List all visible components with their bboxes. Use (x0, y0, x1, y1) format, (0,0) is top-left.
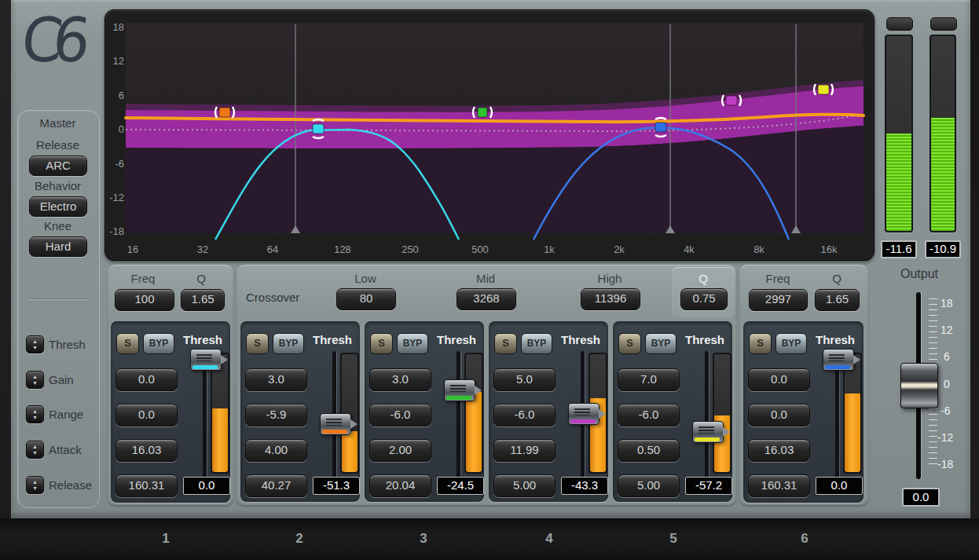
gain-stepper[interactable]: ▲▼ (26, 371, 44, 389)
band6-freq-value[interactable]: 2997 (749, 289, 808, 311)
band6-thresh-fader[interactable] (823, 349, 854, 371)
band4-range-value[interactable]: -6.0 (493, 404, 556, 426)
freq-tick: 500 (471, 243, 489, 255)
band1-gain-value[interactable]: 0.0 (116, 368, 178, 391)
band6-gain-value[interactable]: 0.0 (748, 368, 810, 391)
freq-tick: 64 (267, 243, 278, 255)
freq-tick: 250 (402, 243, 419, 255)
band2-attack-value[interactable]: 4.00 (245, 439, 307, 462)
band3-gain-value[interactable]: 3.0 (369, 368, 431, 391)
arc-button[interactable]: ARC (29, 156, 87, 176)
band3-solo-button[interactable]: S (370, 333, 393, 354)
band5-bypass-button[interactable]: BYP (645, 333, 676, 354)
band1-freq-value[interactable]: 100 (115, 289, 174, 311)
band2-meter-fill (342, 431, 358, 473)
crossover-q-value[interactable]: 0.75 (680, 288, 728, 310)
band5-release-value[interactable]: 5.00 (618, 474, 680, 497)
band1-solo-button[interactable]: S (116, 333, 139, 354)
crossover-group: Crossover Low 80 Mid 3268 High 11396 Q 0… (236, 265, 736, 506)
band1-thresh-fader[interactable] (190, 349, 222, 371)
band6-solo-button[interactable]: S (749, 333, 772, 354)
band4-gain-value[interactable]: 5.0 (493, 368, 556, 391)
band3-range-value[interactable]: -6.0 (369, 404, 431, 426)
band5-attack-value[interactable]: 0.50 (618, 439, 680, 462)
freq-tick: 4k (684, 243, 695, 255)
band6-thresh-readout: 0.0 (816, 477, 863, 495)
output-scale-tick: -18 (937, 458, 953, 470)
band6-bypass-button[interactable]: BYP (776, 333, 807, 354)
band5-thresh-label: Thresh (679, 333, 731, 346)
c6-logo: C6 (22, 6, 101, 93)
band4-bypass-button[interactable]: BYP (521, 333, 552, 354)
band6-release-value[interactable]: 160.31 (748, 474, 810, 497)
db-tick: -6 (107, 158, 124, 170)
attack-stepper[interactable]: ▲▼ (26, 441, 44, 459)
clip-led-left[interactable] (886, 17, 913, 31)
band2-solo-button[interactable]: S (246, 333, 269, 354)
band3-attack-value[interactable]: 2.00 (369, 439, 431, 462)
band2-gain-value[interactable]: 3.0 (245, 368, 307, 391)
band4-thresh-label: Thresh (555, 333, 607, 346)
band2-thresh-fader[interactable] (320, 413, 351, 435)
freq-tick: 16 (127, 243, 138, 255)
band3-thresh-fader[interactable] (444, 379, 475, 401)
band5-gain-value[interactable]: 7.0 (618, 368, 680, 391)
band6-freq-label: Freq (766, 272, 790, 285)
crossover-low-value[interactable]: 80 (336, 288, 396, 310)
band4-thresh-readout: -43.3 (561, 477, 608, 495)
master-label: Master (17, 116, 98, 130)
band4-thresh-fader[interactable] (568, 403, 600, 425)
band4-attack-value[interactable]: 11.99 (493, 439, 556, 462)
band2-release-value[interactable]: 40.27 (245, 474, 307, 497)
behavior-button[interactable]: Electro (29, 196, 87, 217)
band1-bypass-button[interactable]: BYP (143, 333, 174, 354)
band1-attack-value[interactable]: 16.03 (116, 439, 178, 462)
band3-thresh-track[interactable] (456, 351, 460, 478)
output-fader-cap[interactable] (900, 363, 938, 408)
crossover-high-value[interactable]: 11396 (581, 288, 640, 310)
gain-row-label: Gain (49, 373, 74, 386)
knee-button[interactable]: Hard (29, 236, 87, 257)
db-tick: 6 (107, 90, 124, 101)
band2-range-value[interactable]: -5.9 (245, 404, 307, 426)
band6-range-value[interactable]: 0.0 (748, 404, 810, 426)
band1-strip: Freq Q 100 1.65 S BYP Thresh 0.0 0.0 16.… (108, 265, 233, 506)
band2-controls: S BYP Thresh 3.0 -5.9 4.00 40.27 -51.3 (240, 321, 360, 502)
freq-tick: 1k (544, 243, 555, 255)
crossover-mid-value[interactable]: 3268 (456, 288, 516, 310)
band5-range-value[interactable]: -6.0 (618, 404, 680, 426)
band1-release-value[interactable]: 160.31 (116, 474, 178, 497)
freq-tick: 8k (754, 243, 764, 255)
band6-controls: S BYP Thresh 0.0 0.0 16.03 160.31 0.0 (743, 321, 864, 503)
crossover-mid-label: Mid (476, 272, 495, 285)
band6-q-value[interactable]: 1.65 (815, 289, 860, 311)
band4-solo-button[interactable]: S (494, 333, 517, 354)
band1-meter-fill (212, 408, 228, 472)
band3-bypass-button[interactable]: BYP (397, 333, 428, 354)
band3-meter-fill (466, 392, 482, 472)
band3-release-value[interactable]: 20.04 (369, 474, 431, 497)
release-stepper[interactable]: ▲▼ (26, 476, 44, 494)
band6-attack-value[interactable]: 16.03 (748, 439, 810, 462)
band1-q-value[interactable]: 1.65 (181, 289, 225, 311)
freq-tick: 128 (334, 243, 351, 255)
thresh-row-label: Thresh (49, 338, 86, 351)
crossover-q-box: Q 0.75 (672, 267, 735, 318)
range-stepper[interactable]: ▲▼ (26, 405, 44, 423)
band2-thresh-label: Thresh (306, 333, 358, 346)
band4-release-value[interactable]: 5.00 (493, 474, 556, 497)
attack-row-label: Attack (49, 443, 82, 456)
clip-led-right[interactable] (930, 17, 957, 31)
meter-left-readout: -11.6 (881, 240, 917, 258)
band5-thresh-track[interactable] (705, 351, 709, 478)
band2-bypass-button[interactable]: BYP (273, 333, 304, 354)
band5-solo-button[interactable]: S (618, 333, 641, 354)
band1-number: 1 (162, 531, 169, 547)
crossover-label: Crossover (246, 291, 299, 304)
band6-meter-fill (845, 393, 860, 473)
freq-tick: 2k (614, 243, 625, 255)
band5-thresh-fader[interactable] (692, 421, 724, 443)
thresh-stepper[interactable]: ▲▼ (26, 335, 44, 353)
band1-range-value[interactable]: 0.0 (116, 404, 178, 426)
crossover-low-label: Low (354, 272, 376, 285)
